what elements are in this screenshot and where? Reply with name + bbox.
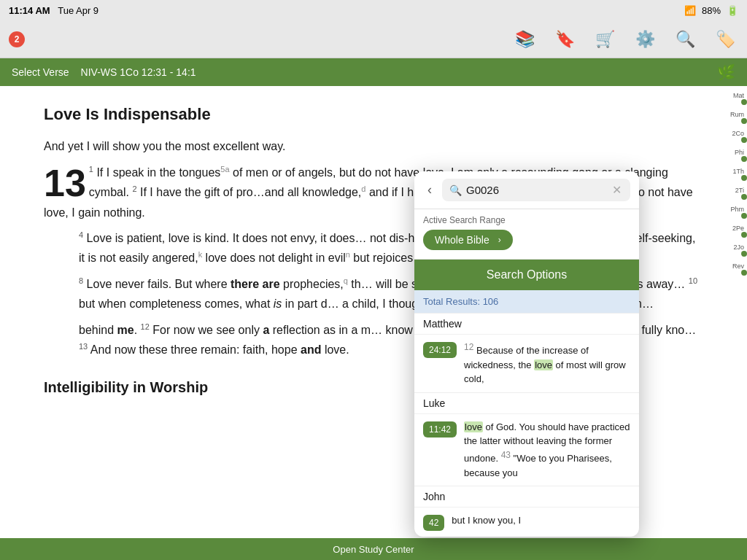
books-icon[interactable]: 📚 [512,27,538,52]
result-text-24-12: 12 Because of the increase of wickedness… [464,341,630,386]
sidebar-label-1th: 1Th [732,168,747,175]
sidebar-label-phi: Phi [735,149,747,156]
search-range-section: Active Search Range Whole Bible › [414,209,639,260]
search-input-container: 🔍 ✕ [442,179,630,201]
result-text-john-42: but I know you, I [452,513,521,528]
search-input[interactable] [466,184,606,196]
verse-badge-11-42: 11:42 [423,421,457,438]
search-inline-icon: 🔍 [449,184,462,196]
sidebar-dot-1th[interactable] [741,175,747,181]
sidebar-label-2jo: 2Jo [733,244,747,251]
leaf-icon: 🌿 [717,63,735,81]
notification-badge[interactable]: 2 [9,31,25,47]
intro-verse: And yet I will show you the most excelle… [44,136,703,156]
highlight-love-1: love [534,359,553,370]
book-name-matthew: Matthew [414,314,639,334]
sidebar-label-rev: Rev [732,262,747,270]
battery-level: 88% [702,5,721,16]
sidebar-2co: 2Co [734,130,747,143]
sidebar-dot-phm[interactable] [741,213,747,219]
book-name-luke: Luke [414,393,639,413]
whole-bible-button[interactable]: Whole Bible › [423,230,513,250]
sidebar-dot-rum[interactable] [741,118,747,124]
result-text-11-42: love of God. You should have practiced t… [464,420,630,480]
bottom-bar[interactable]: Open Study Center [0,538,747,560]
search-panel: ‹ 🔍 ✕ Active Search Range Whole Bible › … [414,171,639,537]
results-header: Total Results: 106 [414,290,639,313]
sidebar-label-2co: 2Co [732,130,747,137]
book-section-john: John 42 but I know you, I [414,486,639,537]
sidebar-dot-mat[interactable] [741,99,747,105]
result-item-matthew-24-12[interactable]: 24:12 12 Because of the increase of wick… [414,334,639,392]
verse-num-1: 1 [89,165,93,174]
chevron-right-icon: › [498,235,501,245]
book-name-john: John [414,486,639,507]
status-date: Tue Apr 9 [58,5,98,16]
sidebar-label-rum: Rum [730,111,747,118]
search-header: ‹ 🔍 ✕ [414,171,639,209]
result-item-luke-11-42[interactable]: 11:42 love of God. You should have pract… [414,413,639,486]
sidebar-dot-2co[interactable] [741,137,747,143]
gear-icon[interactable]: ⚙️ [632,27,658,52]
right-sidebar: Mat Rum 2Co Phi 1Th 2Ti Phm 2Pe 2Jo Rev [734,86,747,280]
select-verse-label[interactable]: Select Verse [12,66,69,78]
sidebar-dot-2jo[interactable] [741,251,747,257]
sidebar-label-2pe: 2Pe [732,225,747,232]
book-section-luke: Luke 11:42 love of God. You should have … [414,392,639,486]
verse-badge-john-42: 42 [423,515,444,531]
result-item-john-42[interactable]: 42 but I know you, I [414,507,639,537]
bookmark-icon[interactable]: 🏷️ [713,27,738,52]
sidebar-rum: Rum [734,111,747,124]
sidebar-2pe: 2Pe [734,225,747,238]
section-heading-1: Love Is Indispensable [44,101,703,128]
sidebar-dot-2ti[interactable] [741,194,747,200]
cart-icon[interactable]: 🛒 [592,27,618,52]
status-icons: 📶 88% 🔋 [684,5,738,16]
bookmark-outline-icon[interactable]: 🔖 [552,27,578,52]
whole-bible-label: Whole Bible [435,234,489,246]
verse-badge-24-12: 24:12 [423,342,457,358]
highlight-love-2: love [464,421,483,432]
sidebar-phm: Phm [734,206,747,219]
total-results-label: Total Results: 106 [423,296,498,307]
book-section-matthew: Matthew 24:12 12 Because of the increase… [414,313,639,392]
status-time: 11:14 AM [9,5,50,16]
search-back-button[interactable]: ‹ [423,181,436,199]
search-clear-button[interactable]: ✕ [611,183,623,197]
sidebar-dot-2pe[interactable] [741,232,747,238]
search-options-button[interactable]: Search Options [414,260,639,290]
sidebar-1th: 1Th [734,168,747,181]
sidebar-dot-rev[interactable] [741,270,747,276]
sidebar-phi: Phi [734,149,747,162]
status-bar: 11:14 AM Tue Apr 9 📶 88% 🔋 [0,0,747,20]
sidebar-dot-phi[interactable] [741,156,747,162]
search-icon[interactable]: 🔍 [673,27,698,52]
status-time-date: 11:14 AM Tue Apr 9 [9,5,98,16]
sidebar-label-phm: Phm [730,206,747,213]
chapter-number: 13 [44,164,86,202]
verse-num-2: 2 [132,184,136,193]
wifi-icon: 📶 [684,5,696,16]
verse-reference[interactable]: NIV-WS 1Co 12:31 - 14:1 [81,66,196,78]
open-study-center-label: Open Study Center [333,544,414,555]
sidebar-2jo: 2Jo [734,244,747,257]
sidebar-2ti: 2Ti [734,187,747,200]
sidebar-label-mat: Mat [733,92,747,99]
verse-bar: Select Verse NIV-WS 1Co 12:31 - 14:1 🌿 [0,58,747,86]
search-range-label: Active Search Range [423,215,630,225]
toolbar: 2 📚 🔖 🛒 ⚙️ 🔍 🏷️ [0,20,747,58]
toolbar-icons: 📚 🔖 🛒 ⚙️ 🔍 🏷️ [512,27,738,52]
sidebar-mat: Mat [734,92,747,105]
sidebar-rev: Rev [734,262,747,276]
battery-icon: 🔋 [727,5,738,16]
results-list[interactable]: Matthew 24:12 12 Because of the increase… [414,313,639,537]
sidebar-label-2ti: 2Ti [735,187,747,194]
